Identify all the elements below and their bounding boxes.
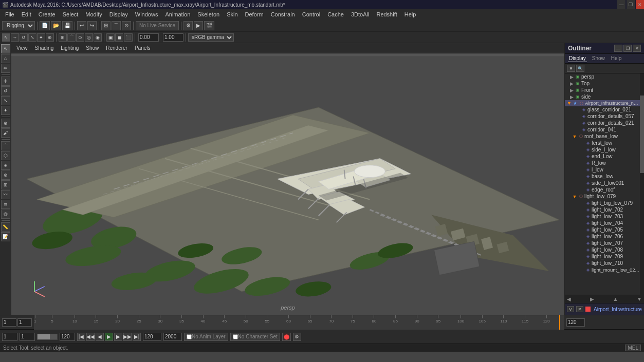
tree-item-light-low-703[interactable]: ▶ ◈ light_low_703 [565, 213, 640, 220]
timeline-start-field[interactable] [2, 318, 16, 327]
tree-item-light-low-707[interactable]: ▶ ◈ light_low_707 [565, 240, 640, 246]
scroll-right-arrow[interactable]: ▶ [590, 296, 594, 302]
vp-menu-show[interactable]: Show [83, 44, 102, 52]
menu-constrain[interactable]: Constrain [268, 10, 298, 18]
vp-menu-renderer[interactable]: Renderer [103, 44, 131, 52]
timeline-current-field[interactable] [17, 318, 32, 327]
timeline-playhead-field[interactable] [566, 318, 585, 327]
tree-item-light-low-709[interactable]: ▶ ◈ light_low_709 [565, 253, 640, 260]
select-tool[interactable]: ↖ [1, 44, 10, 53]
tree-item-light-mount[interactable]: ▶ ◈ light_mount_low_02... [565, 266, 640, 273]
go-to-start-button[interactable]: |◀ [77, 333, 85, 341]
universal-manip-button[interactable]: ✦ [37, 33, 45, 42]
menu-skin[interactable]: Skin [224, 10, 241, 18]
tree-item-side[interactable]: ▶ ▣ side [565, 93, 640, 100]
menu-edit[interactable]: Edit [19, 10, 34, 18]
vp-menu-panels[interactable]: Panels [132, 44, 154, 52]
snap-curve-button[interactable]: ⌒ [112, 21, 121, 30]
timeline-ruler[interactable]: 1510152025303540455055606570758085909510… [34, 315, 564, 330]
redo-button[interactable]: ↪ [87, 21, 97, 30]
tree-item-end-low[interactable]: ▶ ◈ end_Low [565, 153, 640, 160]
save-scene-button[interactable]: 💾 [62, 21, 72, 30]
scale-input[interactable] [163, 33, 183, 42]
outliner-close-button[interactable]: ✕ [633, 45, 641, 52]
snap-point-button[interactable]: ⊙ [122, 21, 131, 30]
ik-tool[interactable]: ⎈ [1, 161, 10, 170]
tree-item-persp[interactable]: ▶ ▣ persp [565, 73, 640, 80]
snap-to-live-button[interactable]: ◉ [94, 33, 102, 42]
go-to-end-button[interactable]: ▶| [133, 333, 141, 341]
autokey-button[interactable]: ⬤ [282, 333, 291, 341]
tab-show[interactable]: Show [591, 55, 606, 62]
move-tool[interactable]: ✛ [1, 77, 10, 86]
menu-redshift[interactable]: Redshift [373, 10, 400, 18]
snap-to-curve-button[interactable]: ⌒ [67, 33, 76, 42]
menu-file[interactable]: File [2, 10, 17, 18]
lattice-tool[interactable]: ⊞ [1, 180, 10, 189]
menu-control[interactable]: Control [299, 10, 323, 18]
menu-animation[interactable]: Animation [162, 10, 193, 18]
next-frame-button[interactable]: ▶ [114, 333, 122, 341]
paint-select-tool[interactable]: ✏ [1, 64, 10, 73]
snap-to-grid-button[interactable]: ⊞ [59, 33, 67, 42]
tree-item-ferst-low[interactable]: ▶ ◈ ferst_low [565, 140, 640, 146]
wire-tool[interactable]: 〰 [1, 190, 10, 199]
render-button[interactable]: 🎬 [204, 21, 214, 30]
vp-menu-lighting[interactable]: Lighting [58, 44, 82, 52]
tree-item-base-low[interactable]: ▶ ◈ base_low [565, 173, 640, 180]
snap-to-view-button[interactable]: ◎ [85, 33, 93, 42]
tree-item-light-low-708[interactable]: ▶ ◈ light_low_708 [565, 246, 640, 253]
outliner-scrollbar-thumb[interactable] [640, 96, 644, 173]
undo-button[interactable]: ↩ [77, 21, 86, 30]
select-tool-button[interactable]: ↖ [2, 33, 10, 42]
next-keyframe-button[interactable]: ▶▶ [123, 333, 132, 341]
menu-cache[interactable]: Cache [324, 10, 347, 18]
close-button[interactable]: ✕ [636, 0, 644, 9]
tree-item-edge-roof[interactable]: ▶ ◈ edge_roof [565, 186, 640, 193]
menu-display[interactable]: Display [106, 10, 131, 18]
tree-item-top[interactable]: ▶ ▣ Top [565, 80, 640, 87]
ipr-render-button[interactable]: ▶ [194, 21, 203, 30]
minimize-button[interactable]: — [617, 0, 625, 9]
tree-item-corridor-details-021[interactable]: ▶ ◈ corridor_details_021 [565, 120, 640, 126]
rotate-tool-button[interactable]: ↺ [20, 33, 28, 42]
menu-create[interactable]: Create [35, 10, 59, 18]
tree-item-light-low-group[interactable]: ▼ ⬡ light_low_079 [565, 193, 640, 200]
tree-item-light-big-low[interactable]: ▶ ◈ light_big_low_079 [565, 200, 640, 206]
tree-item-side-l-low[interactable]: ▶ ◈ side_l_low [565, 146, 640, 153]
scale-tool[interactable]: ⤡ [1, 96, 10, 105]
wrinkle-tool[interactable]: ≋ [1, 200, 10, 209]
wireframe-button[interactable]: ▣ [106, 33, 115, 42]
menu-3dtall[interactable]: 3DtoAll [348, 10, 372, 18]
scene-settings-button[interactable]: ⚙ [293, 333, 301, 341]
soft-mod-button[interactable]: ⊕ [46, 33, 54, 42]
tree-item-l-low[interactable]: ▶ ◈ l_low [565, 166, 640, 173]
mode-dropdown[interactable]: Rigging [2, 21, 35, 30]
snap-grid-button[interactable]: ⊞ [101, 21, 111, 30]
render-settings-button[interactable]: ⚙ [183, 21, 193, 30]
blend-shape-tool[interactable]: ⏣ [1, 209, 10, 219]
tree-item-roof-base-group[interactable]: ▼ ⬡ roof_base_low [565, 133, 640, 140]
tree-item-light-low-710[interactable]: ▶ ◈ light_low_710 [565, 260, 640, 266]
lasso-select-tool[interactable]: ⌂ [1, 54, 10, 63]
range-max-input[interactable] [143, 333, 161, 341]
offset-input[interactable] [138, 33, 159, 42]
prev-keyframe-button[interactable]: ◀◀ [86, 333, 95, 341]
scale-tool-button[interactable]: ⤡ [28, 33, 36, 42]
sculpt-tool[interactable]: 🖌 [1, 128, 10, 138]
tab-help[interactable]: Help [610, 55, 623, 62]
vp-menu-view[interactable]: View [13, 44, 31, 52]
curve-tool[interactable]: ⌒ [1, 141, 10, 150]
range-absolute-input[interactable] [163, 333, 182, 341]
range-bar[interactable] [37, 334, 58, 340]
tree-item-front[interactable]: ▶ ▣ Front [565, 87, 640, 93]
outliner-filter-button[interactable]: ▼ [567, 65, 575, 72]
frame-current-input[interactable] [20, 333, 35, 341]
p-button[interactable]: P [576, 306, 583, 312]
tree-item-glass-corridor[interactable]: ▶ ◈ glass_corridor_021 [565, 106, 640, 113]
tree-item-airport-group[interactable]: ▼ ★ ⬡ Airport_Infrastructure_nc1_1 [565, 100, 640, 106]
char-set-checkbox[interactable] [233, 334, 238, 339]
tree-item-corridor-details-057[interactable]: ▶ ◈ corridor_details_057 [565, 113, 640, 120]
vp-menu-shading[interactable]: Shading [32, 44, 57, 52]
menu-help[interactable]: Help [401, 10, 419, 18]
